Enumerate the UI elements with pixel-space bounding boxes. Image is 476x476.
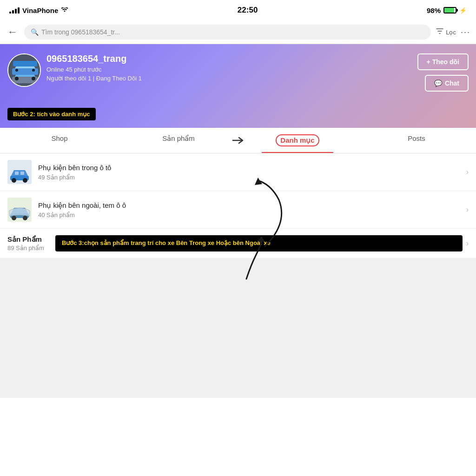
search-bar: ← 🔍 Tìm trong 0965183654_tr... Lọc ··· (0, 20, 476, 44)
tab-danh-muc[interactable]: Danh mục (238, 128, 357, 153)
profile-name: 0965183654_trang (46, 53, 412, 64)
filter-icon (436, 27, 444, 37)
category-info-2: Phụ kiện bên ngoài, tem ô ô 40 Sản phẩm (38, 201, 466, 218)
svg-rect-13 (20, 172, 24, 175)
tab-san-pham[interactable]: Sản phẩm (119, 128, 238, 153)
svg-point-10 (12, 178, 16, 183)
svg-point-5 (32, 77, 35, 80)
svg-point-16 (12, 216, 16, 220)
danh-muc-label: Danh mục (276, 134, 319, 146)
bottom-area (0, 258, 476, 398)
chat-button[interactable]: 💬 Chat (425, 75, 469, 92)
profile-info: 0965183654_trang Online 45 phút trước Ng… (46, 53, 412, 82)
profile-status: Online 45 phút trước (46, 66, 412, 73)
annotation-step2: Bước 2: tích vào danh mục (7, 108, 96, 120)
svg-point-17 (23, 216, 27, 220)
more-button[interactable]: ··· (461, 27, 470, 37)
category-name-2: Phụ kiện bên ngoài, tem ô ô (38, 201, 466, 210)
follow-button[interactable]: + Theo dõi (417, 53, 469, 70)
wifi-icon (61, 7, 68, 14)
category-count-1: 49 Sản phẩm (38, 174, 466, 181)
section-label: Sản Phẩm (7, 235, 44, 244)
signal-icon (9, 7, 20, 13)
tab-shop[interactable]: Shop (0, 128, 119, 153)
battery-area: 98% ⚡ (427, 7, 467, 14)
category-name-1: Phụ kiện bên trong ô tô (38, 164, 466, 172)
charging-icon: ⚡ (459, 7, 467, 14)
avatar (7, 53, 41, 87)
chevron-icon-2: › (466, 205, 469, 214)
section-count: 89 Sản phẩm (7, 245, 44, 251)
filter-button[interactable]: Lọc (436, 27, 456, 37)
profile-followers: Người theo dõi 1 | Đang Theo Dõi 1 (46, 75, 412, 82)
section-row[interactable]: Sản Phẩm 89 Sản phẩm Bước 3:chọn sản phẩ… (0, 229, 476, 258)
search-input: Tìm trong 0965183654_tr... (41, 28, 120, 36)
carrier-info: VinaPhone (9, 7, 68, 14)
category-info-1: Phụ kiện bên trong ô tô 49 Sản phẩm (38, 164, 466, 181)
svg-point-7 (32, 69, 35, 72)
tab-posts[interactable]: Posts (357, 128, 476, 153)
filter-label: Lọc (446, 29, 456, 36)
carrier-name: VinaPhone (22, 7, 58, 14)
annotation-step3: Bước 3:chọn sản phẩm trang trí cho xe Bê… (55, 235, 463, 251)
battery-icon (443, 7, 456, 13)
search-input-wrap[interactable]: 🔍 Tìm trong 0965183654_tr... (24, 25, 431, 40)
profile-actions: + Theo dõi 💬 Chat (417, 53, 469, 92)
search-icon: 🔍 (31, 28, 39, 36)
chevron-icon-section: › (466, 239, 469, 248)
svg-point-6 (15, 69, 18, 72)
category-thumb-2 (7, 198, 32, 222)
battery-percent: 98% (427, 7, 441, 14)
category-count-2: 40 Sản phẩm (38, 212, 466, 218)
category-item-1[interactable]: Phụ kiện bên trong ô tô 49 Sản phẩm › (0, 153, 476, 191)
chevron-icon-1: › (466, 168, 469, 176)
svg-point-11 (23, 178, 27, 183)
svg-rect-3 (13, 61, 37, 66)
clock: 22:50 (238, 6, 258, 15)
category-item-2[interactable]: Phụ kiện bên ngoài, tem ô ô 40 Sản phẩm … (0, 191, 476, 229)
svg-point-4 (15, 77, 19, 80)
status-bar: VinaPhone 22:50 98% ⚡ (0, 0, 476, 20)
svg-rect-12 (15, 172, 19, 175)
chat-label: Chat (445, 79, 459, 87)
section-title-block: Sản Phẩm 89 Sản phẩm (7, 235, 44, 251)
back-button[interactable]: ← (6, 24, 20, 40)
tabs-row: Shop Sản phẩm Danh mục Posts (0, 128, 476, 153)
category-thumb-1 (7, 160, 32, 184)
chat-icon: 💬 (434, 79, 442, 87)
profile-section: 0965183654_trang Online 45 phút trước Ng… (0, 44, 476, 128)
